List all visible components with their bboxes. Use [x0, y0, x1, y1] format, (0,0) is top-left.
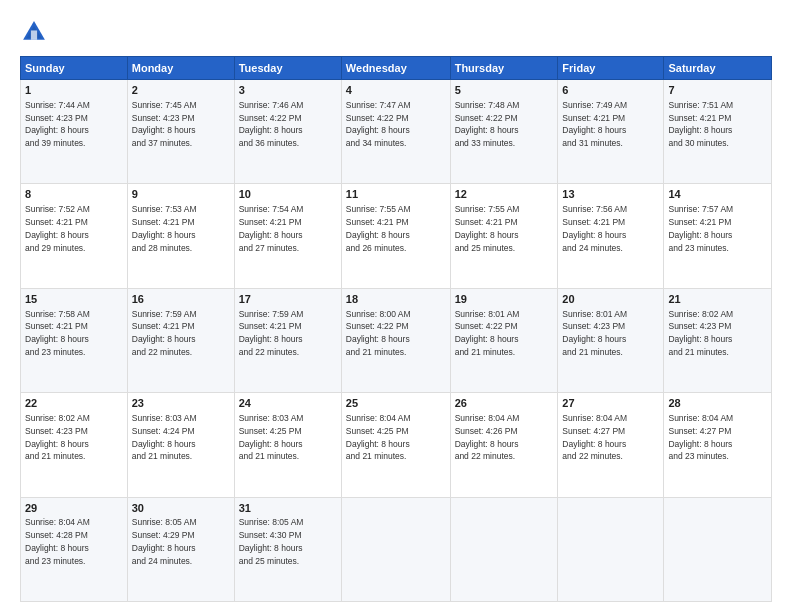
day-info: Sunrise: 7:57 AMSunset: 4:21 PMDaylight:…	[668, 204, 733, 252]
calendar-day-1: 1Sunrise: 7:44 AMSunset: 4:23 PMDaylight…	[21, 80, 128, 184]
empty-day	[664, 497, 772, 601]
calendar-day-14: 14Sunrise: 7:57 AMSunset: 4:21 PMDayligh…	[664, 184, 772, 288]
logo-icon	[20, 18, 48, 46]
svg-rect-2	[31, 30, 37, 39]
calendar-day-19: 19Sunrise: 8:01 AMSunset: 4:22 PMDayligh…	[450, 288, 558, 392]
calendar-day-15: 15Sunrise: 7:58 AMSunset: 4:21 PMDayligh…	[21, 288, 128, 392]
day-number: 7	[668, 83, 767, 98]
day-number: 23	[132, 396, 230, 411]
weekday-header-monday: Monday	[127, 57, 234, 80]
day-number: 5	[455, 83, 554, 98]
day-number: 22	[25, 396, 123, 411]
day-number: 17	[239, 292, 337, 307]
day-info: Sunrise: 7:44 AMSunset: 4:23 PMDaylight:…	[25, 100, 90, 148]
day-number: 8	[25, 187, 123, 202]
day-info: Sunrise: 8:02 AMSunset: 4:23 PMDaylight:…	[668, 309, 733, 357]
day-number: 24	[239, 396, 337, 411]
day-number: 25	[346, 396, 446, 411]
day-info: Sunrise: 8:02 AMSunset: 4:23 PMDaylight:…	[25, 413, 90, 461]
day-info: Sunrise: 8:05 AMSunset: 4:29 PMDaylight:…	[132, 517, 197, 565]
calendar-day-25: 25Sunrise: 8:04 AMSunset: 4:25 PMDayligh…	[341, 393, 450, 497]
calendar-day-6: 6Sunrise: 7:49 AMSunset: 4:21 PMDaylight…	[558, 80, 664, 184]
calendar-day-5: 5Sunrise: 7:48 AMSunset: 4:22 PMDaylight…	[450, 80, 558, 184]
calendar-day-12: 12Sunrise: 7:55 AMSunset: 4:21 PMDayligh…	[450, 184, 558, 288]
empty-day	[450, 497, 558, 601]
day-number: 19	[455, 292, 554, 307]
calendar-day-27: 27Sunrise: 8:04 AMSunset: 4:27 PMDayligh…	[558, 393, 664, 497]
calendar-day-10: 10Sunrise: 7:54 AMSunset: 4:21 PMDayligh…	[234, 184, 341, 288]
day-number: 4	[346, 83, 446, 98]
day-info: Sunrise: 8:05 AMSunset: 4:30 PMDaylight:…	[239, 517, 304, 565]
day-number: 27	[562, 396, 659, 411]
weekday-header-friday: Friday	[558, 57, 664, 80]
calendar-day-29: 29Sunrise: 8:04 AMSunset: 4:28 PMDayligh…	[21, 497, 128, 601]
calendar-day-21: 21Sunrise: 8:02 AMSunset: 4:23 PMDayligh…	[664, 288, 772, 392]
calendar-day-22: 22Sunrise: 8:02 AMSunset: 4:23 PMDayligh…	[21, 393, 128, 497]
calendar-day-8: 8Sunrise: 7:52 AMSunset: 4:21 PMDaylight…	[21, 184, 128, 288]
day-number: 13	[562, 187, 659, 202]
day-info: Sunrise: 7:54 AMSunset: 4:21 PMDaylight:…	[239, 204, 304, 252]
day-info: Sunrise: 8:03 AMSunset: 4:24 PMDaylight:…	[132, 413, 197, 461]
day-info: Sunrise: 8:00 AMSunset: 4:22 PMDaylight:…	[346, 309, 411, 357]
weekday-header-wednesday: Wednesday	[341, 57, 450, 80]
day-info: Sunrise: 8:04 AMSunset: 4:27 PMDaylight:…	[562, 413, 627, 461]
day-info: Sunrise: 7:47 AMSunset: 4:22 PMDaylight:…	[346, 100, 411, 148]
calendar-day-26: 26Sunrise: 8:04 AMSunset: 4:26 PMDayligh…	[450, 393, 558, 497]
day-number: 18	[346, 292, 446, 307]
calendar-day-2: 2Sunrise: 7:45 AMSunset: 4:23 PMDaylight…	[127, 80, 234, 184]
day-info: Sunrise: 7:48 AMSunset: 4:22 PMDaylight:…	[455, 100, 520, 148]
calendar-header-row: SundayMondayTuesdayWednesdayThursdayFrid…	[21, 57, 772, 80]
day-info: Sunrise: 7:55 AMSunset: 4:21 PMDaylight:…	[455, 204, 520, 252]
day-number: 3	[239, 83, 337, 98]
day-info: Sunrise: 7:45 AMSunset: 4:23 PMDaylight:…	[132, 100, 197, 148]
day-number: 14	[668, 187, 767, 202]
calendar-day-28: 28Sunrise: 8:04 AMSunset: 4:27 PMDayligh…	[664, 393, 772, 497]
day-info: Sunrise: 7:56 AMSunset: 4:21 PMDaylight:…	[562, 204, 627, 252]
day-number: 31	[239, 501, 337, 516]
calendar-week-4: 22Sunrise: 8:02 AMSunset: 4:23 PMDayligh…	[21, 393, 772, 497]
empty-day	[341, 497, 450, 601]
day-info: Sunrise: 7:52 AMSunset: 4:21 PMDaylight:…	[25, 204, 90, 252]
day-number: 20	[562, 292, 659, 307]
calendar-week-5: 29Sunrise: 8:04 AMSunset: 4:28 PMDayligh…	[21, 497, 772, 601]
day-number: 1	[25, 83, 123, 98]
calendar-day-11: 11Sunrise: 7:55 AMSunset: 4:21 PMDayligh…	[341, 184, 450, 288]
calendar-day-17: 17Sunrise: 7:59 AMSunset: 4:21 PMDayligh…	[234, 288, 341, 392]
day-info: Sunrise: 7:55 AMSunset: 4:21 PMDaylight:…	[346, 204, 411, 252]
day-info: Sunrise: 7:46 AMSunset: 4:22 PMDaylight:…	[239, 100, 304, 148]
day-info: Sunrise: 7:59 AMSunset: 4:21 PMDaylight:…	[132, 309, 197, 357]
day-number: 21	[668, 292, 767, 307]
day-info: Sunrise: 7:58 AMSunset: 4:21 PMDaylight:…	[25, 309, 90, 357]
calendar-day-23: 23Sunrise: 8:03 AMSunset: 4:24 PMDayligh…	[127, 393, 234, 497]
day-info: Sunrise: 8:01 AMSunset: 4:23 PMDaylight:…	[562, 309, 627, 357]
day-info: Sunrise: 7:49 AMSunset: 4:21 PMDaylight:…	[562, 100, 627, 148]
day-info: Sunrise: 8:04 AMSunset: 4:28 PMDaylight:…	[25, 517, 90, 565]
calendar-week-3: 15Sunrise: 7:58 AMSunset: 4:21 PMDayligh…	[21, 288, 772, 392]
day-info: Sunrise: 8:04 AMSunset: 4:26 PMDaylight:…	[455, 413, 520, 461]
weekday-header-thursday: Thursday	[450, 57, 558, 80]
day-number: 6	[562, 83, 659, 98]
header	[20, 18, 772, 46]
day-info: Sunrise: 8:01 AMSunset: 4:22 PMDaylight:…	[455, 309, 520, 357]
calendar-day-7: 7Sunrise: 7:51 AMSunset: 4:21 PMDaylight…	[664, 80, 772, 184]
day-number: 10	[239, 187, 337, 202]
day-number: 30	[132, 501, 230, 516]
calendar-day-16: 16Sunrise: 7:59 AMSunset: 4:21 PMDayligh…	[127, 288, 234, 392]
day-number: 15	[25, 292, 123, 307]
day-info: Sunrise: 7:59 AMSunset: 4:21 PMDaylight:…	[239, 309, 304, 357]
day-info: Sunrise: 8:03 AMSunset: 4:25 PMDaylight:…	[239, 413, 304, 461]
day-info: Sunrise: 8:04 AMSunset: 4:25 PMDaylight:…	[346, 413, 411, 461]
calendar-day-4: 4Sunrise: 7:47 AMSunset: 4:22 PMDaylight…	[341, 80, 450, 184]
day-info: Sunrise: 8:04 AMSunset: 4:27 PMDaylight:…	[668, 413, 733, 461]
day-number: 12	[455, 187, 554, 202]
day-info: Sunrise: 7:51 AMSunset: 4:21 PMDaylight:…	[668, 100, 733, 148]
day-number: 26	[455, 396, 554, 411]
day-number: 28	[668, 396, 767, 411]
day-number: 16	[132, 292, 230, 307]
weekday-header-tuesday: Tuesday	[234, 57, 341, 80]
calendar-week-2: 8Sunrise: 7:52 AMSunset: 4:21 PMDaylight…	[21, 184, 772, 288]
empty-day	[558, 497, 664, 601]
weekday-header-saturday: Saturday	[664, 57, 772, 80]
day-number: 9	[132, 187, 230, 202]
calendar-day-13: 13Sunrise: 7:56 AMSunset: 4:21 PMDayligh…	[558, 184, 664, 288]
